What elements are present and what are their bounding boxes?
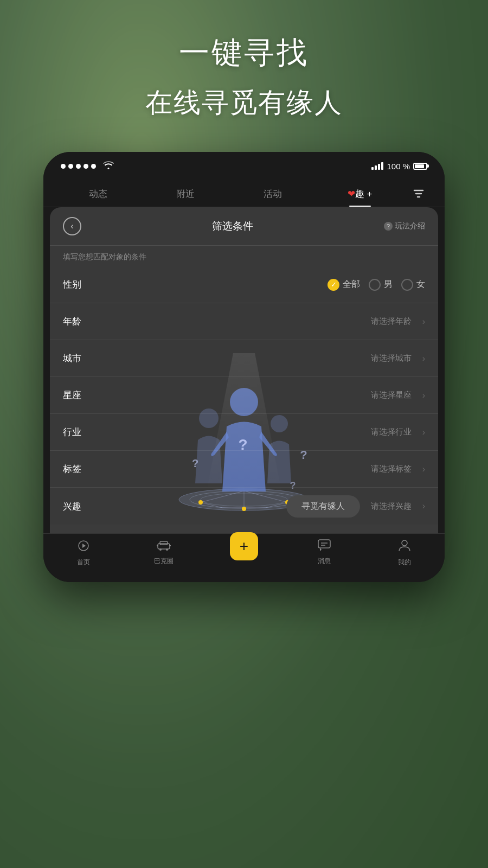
gender-male-radio [369, 279, 381, 291]
dot-2 [68, 164, 73, 169]
gender-all[interactable]: ✓ 全部 [328, 279, 360, 291]
wifi-icon [103, 161, 114, 172]
tag-content: 请选择标签 › [90, 464, 425, 474]
tab-qu[interactable]: ❤趣 + [316, 180, 403, 207]
industry-chevron: › [422, 427, 425, 437]
home-label: 首页 [77, 558, 90, 567]
help-link[interactable]: ? 玩法介绍 [384, 221, 425, 231]
zodiac-chevron: › [422, 391, 425, 400]
nav-profile[interactable]: 我的 [364, 539, 445, 567]
zodiac-row[interactable]: 星座 请选择星座 › [50, 377, 438, 414]
gender-options: ✓ 全部 男 女 [90, 279, 425, 291]
city-content: 请选择城市 › [90, 353, 425, 363]
tag-chevron: › [422, 464, 425, 474]
hero-line1: 一键寻找 [0, 33, 488, 74]
plus-icon: + [240, 538, 248, 555]
signal-bar-2 [375, 165, 377, 170]
gender-female-label: 女 [416, 279, 425, 290]
interest-row: 兴趣 寻觅有缘人 请选择兴趣 › [50, 488, 438, 525]
svg-rect-25 [160, 541, 168, 545]
gender-all-radio: ✓ [328, 279, 339, 291]
gender-row: 性别 ✓ 全部 男 女 [50, 266, 438, 303]
app-tabs: 动态 附近 活动 ❤趣 + [43, 180, 445, 207]
form-rows: ? ? ? ? 性别 [50, 266, 438, 525]
tab-dongtai[interactable]: 动态 [54, 180, 142, 207]
phone-frame: 100 % 动态 附近 活动 ❤趣 + [43, 152, 445, 582]
home-icon [77, 539, 90, 556]
hero-section: 一键寻找 在线寻觅有缘人 [0, 0, 488, 121]
signal-bar-4 [381, 162, 383, 170]
zodiac-content: 请选择星座 › [90, 390, 425, 400]
tab-fujin[interactable]: 附近 [142, 180, 229, 207]
profile-icon [399, 539, 410, 556]
age-content: 请选择年龄 › [90, 316, 425, 327]
age-placeholder: 请选择年龄 [371, 316, 412, 327]
tag-placeholder: 请选择标签 [371, 464, 412, 474]
zodiac-label: 星座 [63, 389, 90, 401]
bake-icon [157, 539, 171, 554]
gender-label: 性别 [63, 278, 90, 291]
interest-btn[interactable]: 寻觅有缘人 [286, 495, 360, 518]
messages-label: 消息 [318, 557, 331, 566]
signal-bar-3 [378, 164, 380, 170]
status-bar: 100 % [43, 152, 445, 180]
interest-label: 兴趣 [63, 500, 90, 513]
city-label: 城市 [63, 352, 90, 365]
tag-label: 标签 [63, 463, 90, 475]
dot-4 [84, 164, 88, 169]
back-button[interactable]: ‹ [63, 217, 81, 235]
zodiac-placeholder: 请选择星座 [371, 390, 412, 400]
nav-messages[interactable]: 消息 [284, 539, 364, 566]
modal-header: ‹ 筛选条件 ? 玩法介绍 [50, 207, 438, 246]
city-row[interactable]: 城市 请选择城市 › [50, 340, 438, 377]
help-icon: ? [384, 222, 393, 231]
gender-female[interactable]: 女 [401, 279, 425, 291]
age-label: 年龄 [63, 315, 90, 328]
profile-label: 我的 [398, 558, 411, 567]
back-icon: ‹ [70, 221, 73, 231]
battery-fill [415, 164, 424, 168]
status-dots [61, 161, 114, 172]
tag-row[interactable]: 标签 请选择标签 › [50, 451, 438, 488]
battery-percent: 100 % [387, 162, 410, 171]
dot-1 [61, 164, 66, 169]
age-row[interactable]: 年龄 请选择年龄 › [50, 303, 438, 340]
dot-3 [76, 164, 81, 169]
gender-male[interactable]: 男 [369, 279, 393, 291]
interest-btn-label: 寻觅有缘人 [301, 501, 345, 510]
interest-content: 寻觅有缘人 请选择兴趣 › [90, 495, 425, 518]
age-chevron: › [422, 317, 425, 327]
svg-point-27 [166, 548, 168, 551]
dot-5 [91, 164, 96, 169]
signal-bars [371, 162, 383, 170]
nav-home[interactable]: 首页 [43, 539, 124, 567]
nav-bake[interactable]: 巴克圈 [124, 539, 204, 566]
help-label: 玩法介绍 [395, 221, 425, 231]
tab-qu-heart: ❤ [348, 189, 355, 199]
signal-bar-1 [371, 167, 374, 170]
modal-subtitle: 填写您想匹配对象的条件 [50, 246, 438, 266]
city-placeholder: 请选择城市 [371, 353, 412, 363]
svg-marker-23 [82, 544, 86, 548]
gender-all-label: 全部 [343, 279, 360, 290]
svg-point-26 [159, 548, 162, 551]
city-chevron: › [422, 354, 425, 363]
industry-row[interactable]: 行业 请选择行业 › [50, 414, 438, 451]
status-right: 100 % [371, 162, 427, 171]
filter-modal: ‹ 筛选条件 ? 玩法介绍 填写您想匹配对象的条件 [50, 207, 438, 576]
svg-point-33 [402, 540, 407, 546]
tab-huodong[interactable]: 活动 [229, 180, 316, 207]
industry-label: 行业 [63, 426, 90, 438]
interest-chevron: › [422, 501, 425, 511]
gender-male-label: 男 [384, 279, 393, 290]
interest-placeholder: 请选择兴趣 [371, 501, 412, 512]
svg-rect-30 [318, 540, 330, 548]
industry-content: 请选择行业 › [90, 427, 425, 437]
hero-line2: 在线寻觅有缘人 [0, 85, 488, 121]
bake-label: 巴克圈 [154, 557, 174, 566]
nav-plus[interactable]: + [204, 537, 284, 560]
plus-button[interactable]: + [230, 532, 258, 560]
battery-icon [413, 163, 427, 170]
messages-icon [318, 539, 331, 554]
filter-button[interactable] [403, 180, 434, 207]
